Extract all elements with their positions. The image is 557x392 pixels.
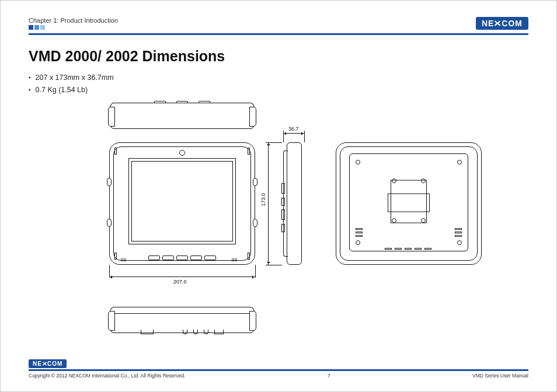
vesa-mount bbox=[391, 180, 427, 223]
speaker-left-icon bbox=[120, 254, 133, 258]
height-dimension: 173.0 bbox=[260, 193, 266, 206]
screen-outline bbox=[128, 158, 236, 244]
right-grips bbox=[253, 219, 257, 227]
width-dimension: 207.0 bbox=[173, 279, 187, 285]
brand-logo: NE✕COM bbox=[476, 17, 528, 30]
chapter-label: Chapter 1: Product Introduction bbox=[29, 17, 118, 24]
left-grips bbox=[107, 219, 112, 227]
right-grips bbox=[253, 178, 257, 186]
speaker-right-icon bbox=[231, 254, 244, 258]
spec-item: 0.7 Kg (1.54 Lb) bbox=[29, 84, 528, 96]
bottom-ports bbox=[141, 330, 224, 334]
bottom-view-outline bbox=[109, 307, 255, 333]
left-grips bbox=[107, 178, 112, 186]
top-view-outline bbox=[109, 103, 255, 129]
front-view-outline bbox=[109, 142, 255, 265]
back-view-outline bbox=[336, 142, 482, 265]
manual-name: VMD Series User Manual bbox=[472, 373, 528, 379]
page-number: 7 bbox=[328, 373, 330, 379]
footer-brand-logo: NE✕COM bbox=[29, 359, 67, 368]
spec-list: 207 x 173mm x 36.7mm 0.7 Kg (1.54 Lb) bbox=[29, 72, 528, 97]
back-panel bbox=[349, 153, 468, 251]
page-footer: NE✕COM Copyright © 2012 NEXCOM Internati… bbox=[29, 358, 528, 379]
front-buttons bbox=[148, 256, 216, 260]
camera-icon bbox=[179, 150, 185, 156]
side-view-outline bbox=[283, 142, 304, 265]
decorative-squares bbox=[29, 25, 118, 30]
depth-dimension: 36.7 bbox=[288, 126, 299, 132]
top-buttons bbox=[154, 101, 210, 103]
page-title: VMD 2000/ 2002 Dimensions bbox=[29, 48, 528, 65]
technical-drawing: 207.0 36.7 173.0 bbox=[39, 103, 518, 354]
copyright-text: Copyright © 2012 NEXCOM International Co… bbox=[29, 373, 185, 379]
spec-item: 207 x 173mm x 36.7mm bbox=[29, 72, 528, 84]
page-header: Chapter 1: Product Introduction NE✕COM bbox=[29, 17, 528, 30]
